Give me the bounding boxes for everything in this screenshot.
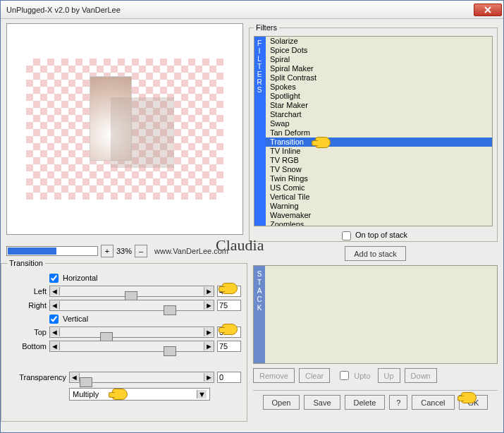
left-slider[interactable]: ◄► <box>49 286 214 297</box>
preview-panel <box>6 23 243 235</box>
help-button[interactable]: ? <box>389 395 407 410</box>
zoom-in-button[interactable]: + <box>101 245 113 257</box>
zoom-percent: 33% <box>116 247 132 255</box>
vertical-label: Vertical <box>63 315 88 323</box>
chevron-down-icon: ▼ <box>197 390 207 398</box>
preview-image <box>26 59 223 200</box>
filter-item[interactable]: Zoomlens <box>266 220 492 226</box>
pointer-icon <box>112 389 128 400</box>
filter-item[interactable]: Tan Deform <box>266 128 492 138</box>
filters-group: Filters FILTERS SolarizeSpice DotsSpiral… <box>249 23 498 242</box>
zoom-out-button[interactable]: – <box>135 245 147 257</box>
stack-list[interactable] <box>265 266 497 363</box>
filter-item[interactable]: Star Maker <box>266 101 492 110</box>
stack-vertical-label: STACK <box>254 266 265 363</box>
filter-item[interactable]: Swap <box>266 119 492 128</box>
top-slider[interactable]: ◄► <box>49 327 214 338</box>
left-value[interactable] <box>217 286 241 297</box>
blend-mode-value: Multiply <box>73 390 99 398</box>
bottom-value[interactable] <box>217 341 241 352</box>
transparency-label: Transparency <box>7 373 66 382</box>
open-button[interactable]: Open <box>263 395 300 410</box>
pointer-icon <box>315 137 331 148</box>
transparency-slider[interactable]: ◄► <box>69 372 214 383</box>
filter-item[interactable]: Wavemaker <box>266 211 492 220</box>
filter-item[interactable]: Spotlight <box>266 92 492 101</box>
filter-item[interactable]: Twin Rings <box>266 174 492 183</box>
filter-item[interactable]: TV RGB <box>266 156 492 165</box>
ok-button[interactable]: OK <box>459 395 488 410</box>
on-top-checkbox[interactable] <box>342 231 351 240</box>
right-slider[interactable]: ◄► <box>49 300 214 311</box>
upto-checkbox[interactable] <box>340 371 349 380</box>
upto-label: Upto <box>354 372 370 380</box>
filter-item[interactable]: Spokes <box>266 83 492 92</box>
filter-item[interactable]: TV Inline <box>266 147 492 156</box>
down-button[interactable]: Down <box>405 368 437 383</box>
save-button[interactable]: Save <box>304 395 340 410</box>
filter-item[interactable]: US Comic <box>266 183 492 193</box>
filter-item[interactable]: Vertical Tile <box>266 193 492 202</box>
titlebar: UnPlugged-X v2.0 by VanDerLee <box>1 1 503 19</box>
filter-item[interactable]: Starchart <box>266 110 492 119</box>
filter-item[interactable]: Warning <box>266 202 492 211</box>
top-value[interactable] <box>217 327 241 338</box>
right-label: Right <box>7 301 47 310</box>
filter-item[interactable]: Spice Dots <box>266 46 492 55</box>
transition-legend: Transition <box>7 259 45 267</box>
vertical-checkbox[interactable] <box>49 315 59 324</box>
filter-item[interactable]: Transition <box>266 138 492 147</box>
clear-button[interactable]: Clear <box>299 368 330 383</box>
blend-mode-select[interactable]: Multiply ▼ <box>69 388 210 401</box>
filter-item[interactable]: Solarize <box>266 37 492 46</box>
cancel-button[interactable]: Cancel <box>412 395 454 410</box>
vendor-link[interactable]: www.VanDerLee.com <box>154 247 228 255</box>
filters-vertical-label: FILTERS <box>254 37 266 226</box>
window-title: UnPlugged-X v2.0 by VanDerLee <box>6 6 474 14</box>
remove-button[interactable]: Remove <box>253 368 295 383</box>
horizontal-label: Horizontal <box>63 274 98 282</box>
right-value[interactable] <box>217 300 241 311</box>
zoom-bar[interactable] <box>6 246 98 256</box>
filter-item[interactable]: TV Snow <box>266 165 492 174</box>
delete-button[interactable]: Delete <box>345 395 386 410</box>
transparency-value[interactable] <box>217 372 241 383</box>
bottom-slider[interactable]: ◄► <box>49 341 214 352</box>
left-label: Left <box>7 287 47 295</box>
filter-item[interactable]: Spiral Maker <box>266 64 492 73</box>
on-top-label: On top of stack <box>355 231 407 239</box>
horizontal-checkbox[interactable] <box>49 274 59 283</box>
filter-item[interactable]: Split Contrast <box>266 73 492 83</box>
stack-panel: STACK <box>253 265 498 364</box>
bottom-label: Bottom <box>7 342 47 350</box>
up-button[interactable]: Up <box>378 368 400 383</box>
add-to-stack-button[interactable]: Add to stack <box>345 246 406 261</box>
filters-legend: Filters <box>254 23 279 32</box>
filter-list[interactable]: SolarizeSpice DotsSpiralSpiral MakerSpli… <box>266 37 492 226</box>
filter-item[interactable]: Spiral <box>266 55 492 64</box>
top-label: Top <box>7 328 47 336</box>
transition-group: Transition Horizontal Left ◄► Right ◄► <box>1 259 247 422</box>
close-button[interactable] <box>474 4 502 16</box>
